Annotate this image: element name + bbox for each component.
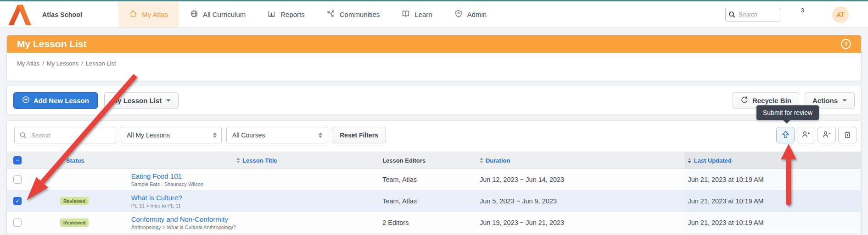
sort-title-icon[interactable] — [236, 158, 240, 163]
add-new-lesson-label: Add New Lesson — [34, 97, 89, 104]
table-row: Reviewed Conformity and Non-Conformity A… — [7, 212, 861, 234]
nav-item-learn[interactable]: Learn — [391, 1, 443, 27]
envelope-icon — [790, 9, 801, 20]
top-navigation-bar: Atlas School My Atlas All Curriculum Rep… — [0, 1, 868, 28]
reset-filters-button[interactable]: Reset Filters — [332, 127, 386, 143]
nav-label: Communities — [340, 11, 380, 18]
nav-item-all-curriculum[interactable]: All Curriculum — [179, 1, 257, 27]
page-header-card: My Lesson List ? My Atlas / My Lessons /… — [6, 35, 862, 81]
header-status[interactable]: Status — [66, 157, 84, 164]
table-row: Eating Food 101 Sample Eats - Shaunacy W… — [7, 169, 861, 191]
lessons-filter-select[interactable]: All My Lessons — [121, 127, 222, 143]
lesson-title-link[interactable]: Conformity and Non-Conformity — [131, 215, 382, 223]
recycle-bin-label: Recycle Bin — [752, 97, 791, 104]
recycle-lessons-button[interactable] — [838, 127, 857, 143]
brand-name: Atlas School — [42, 11, 82, 18]
page-title: My Lesson List — [17, 38, 87, 49]
up-arrow-icon — [781, 130, 790, 141]
nav-label: My Atlas — [142, 11, 168, 18]
filter-row: All My Lessons All Courses Reset Filters — [14, 127, 857, 143]
remove-editor-button[interactable] — [818, 127, 836, 143]
nav-label: Reports — [280, 11, 305, 18]
nav-label: Learn — [414, 11, 432, 18]
lesson-editors: 2 Editors — [382, 219, 480, 226]
breadcrumb-my-atlas[interactable]: My Atlas — [17, 60, 39, 67]
select-arrows-icon — [213, 132, 217, 138]
recycle-icon — [740, 96, 749, 105]
lesson-list-dropdown-label: My Lesson List — [112, 97, 162, 104]
add-editor-button[interactable] — [797, 127, 815, 143]
add-new-lesson-button[interactable]: Add New Lesson — [13, 92, 98, 109]
lesson-duration: Jun 19, 2023 ~ Jun 21, 2023 — [480, 212, 685, 233]
lesson-last-updated: Jun 21, 2023 at 10:19 AM — [685, 212, 861, 233]
sort-status-icon[interactable] — [60, 158, 64, 163]
main-nav: My Atlas All Curriculum Reports Communit… — [118, 1, 498, 27]
lesson-list-card: All My Lessons All Courses Reset Filters — [6, 120, 862, 235]
lesson-table: Status Lesson Title Lesson Editors Durat… — [7, 152, 861, 234]
header-last-updated[interactable]: Last Updated — [694, 157, 731, 164]
nav-item-my-atlas[interactable]: My Atlas — [118, 1, 179, 27]
header-lesson-title[interactable]: Lesson Title — [242, 157, 277, 164]
lesson-search — [14, 127, 116, 143]
actions-label: Actions — [812, 97, 838, 104]
lesson-editors: Team, Atlas — [382, 197, 480, 205]
home-icon — [129, 10, 137, 19]
nav-label: Admin — [467, 11, 487, 18]
lessons-filter-value: All My Lessons — [127, 131, 170, 139]
plus-circle-icon — [22, 96, 30, 105]
lesson-duration: Jun 5, 2023 ~ Jun 9, 2023 — [480, 191, 685, 212]
lesson-title-link[interactable]: What is Culture? — [131, 194, 382, 202]
breadcrumb: My Atlas / My Lessons / Lesson List — [7, 53, 861, 74]
submit-for-review-button[interactable] — [776, 127, 795, 143]
status-badge: Reviewed — [60, 219, 89, 227]
nav-item-communities[interactable]: Communities — [316, 1, 391, 27]
status-badge: Reviewed — [60, 197, 89, 205]
nav-item-admin[interactable]: Admin — [443, 1, 498, 27]
lesson-course-path: PE 11 > Intro to PE 11 — [131, 203, 382, 208]
lesson-last-updated: Jun 21, 2023 at 10:19 AM — [685, 191, 861, 212]
nav-label: All Curriculum — [203, 11, 246, 18]
bulk-action-buttons — [776, 127, 857, 143]
header-duration[interactable]: Duration — [486, 157, 510, 164]
select-arrows-icon — [319, 132, 322, 138]
lesson-course-path: Anthropology > What is Cultural Anthropo… — [131, 224, 382, 230]
chevron-down-icon — [842, 99, 847, 102]
nav-item-reports[interactable]: Reports — [257, 1, 316, 27]
breadcrumb-separator: / — [81, 60, 83, 67]
sort-duration-icon[interactable] — [480, 158, 483, 163]
reset-filters-label: Reset Filters — [340, 131, 378, 139]
header-lesson-editors: Lesson Editors — [382, 157, 480, 164]
toolbar-card: Add New Lesson My Lesson List Recycle Bi… — [6, 86, 862, 115]
breadcrumb-lesson-list: Lesson List — [86, 60, 116, 67]
messages-count-badge: 3 — [801, 7, 804, 14]
row-checkbox[interactable] — [13, 197, 22, 205]
row-checkbox[interactable] — [13, 219, 22, 227]
atlas-logo-icon — [6, 2, 34, 27]
courses-filter-select[interactable]: All Courses — [226, 127, 327, 143]
table-row: Reviewed What is Culture? PE 11 > Intro … — [7, 191, 861, 212]
lesson-duration: Jun 12, 2023 ~ Jun 14, 2023 — [480, 169, 685, 190]
help-button[interactable]: ? — [841, 39, 851, 49]
trash-icon — [843, 130, 851, 141]
lesson-editors: Team, Atlas — [382, 176, 480, 183]
brand[interactable]: Atlas School — [0, 1, 82, 27]
breadcrumb-my-lessons[interactable]: My Lessons — [47, 60, 78, 67]
lesson-last-updated: Jun 21, 2023 at 10:19 AM — [685, 169, 861, 190]
select-all-checkbox[interactable] — [13, 156, 22, 164]
lesson-list-dropdown[interactable]: My Lesson List — [104, 92, 179, 109]
shield-icon — [454, 10, 463, 19]
topbar-right-cluster: 3 AT — [725, 1, 868, 27]
messages-button[interactable]: 3 — [790, 9, 804, 20]
sort-updated-icon[interactable] — [688, 158, 691, 163]
network-icon — [327, 10, 335, 19]
lesson-title-link[interactable]: Eating Food 101 — [131, 172, 382, 180]
chevron-down-icon — [166, 99, 171, 102]
lesson-course-path: Sample Eats - Shaunacy Wilson — [131, 181, 382, 187]
avatar[interactable]: AT — [832, 6, 849, 23]
breadcrumb-separator: / — [42, 60, 44, 67]
lesson-search-input[interactable] — [14, 127, 116, 143]
global-search — [725, 8, 780, 22]
person-plus-icon — [801, 130, 811, 141]
row-checkbox[interactable] — [13, 175, 22, 184]
help-ring-icon[interactable] — [813, 9, 823, 21]
